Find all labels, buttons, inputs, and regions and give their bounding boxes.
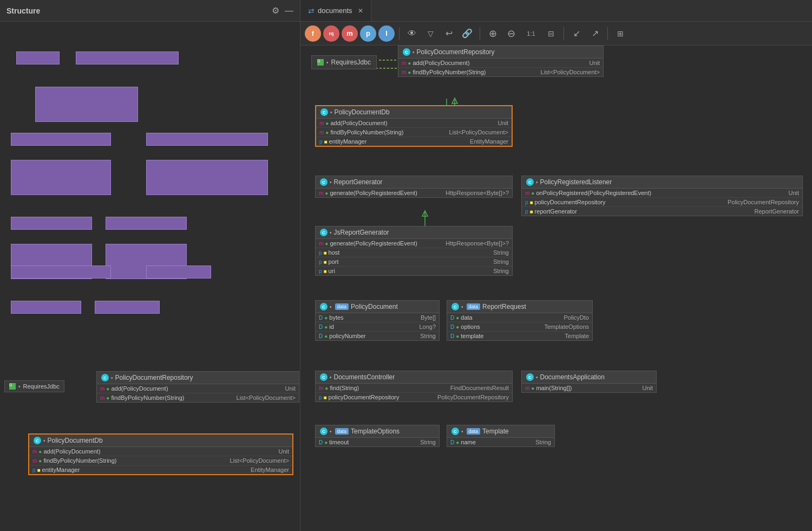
right-pdr-title: PolicyDocumentRepository bbox=[417, 48, 495, 56]
t-data-badge: data bbox=[467, 428, 481, 435]
pub-icon: ● bbox=[106, 386, 109, 392]
left-pdb-fieldtype1: EntityManager bbox=[246, 467, 289, 473]
jrg-row4: p ■ uri String bbox=[316, 267, 512, 275]
separator4 bbox=[607, 27, 608, 40]
diagram-canvas: G • RequiresJdbc C • PolicyDocumentRepos… bbox=[300, 46, 812, 531]
t-title: Template bbox=[482, 428, 509, 435]
right-requires-jdbc: G • RequiresJdbc bbox=[311, 55, 377, 69]
tab-label: documents bbox=[318, 7, 352, 15]
left-panel: Structure ⚙ — G • RequiresJdbc bbox=[0, 0, 300, 531]
right-pdb-row1: m ● add(PolicyDocument) Unit bbox=[316, 119, 512, 128]
t-field1: name bbox=[461, 439, 476, 445]
to-field1: timeout bbox=[329, 439, 349, 445]
header-icons: ⚙ — bbox=[272, 5, 293, 16]
settings-icon[interactable]: ⚙ bbox=[272, 5, 279, 16]
zoom-out-btn[interactable]: ⊖ bbox=[503, 25, 519, 42]
separator2 bbox=[480, 27, 480, 40]
left-pdb-method2: findByPolicyNumber(String) bbox=[43, 457, 116, 464]
left-policy-doc-db: C • PolicyDocumentDb m ● add(PolicyDocum… bbox=[28, 433, 293, 475]
filter-btn[interactable]: ▽ bbox=[422, 25, 438, 42]
right-pdb-header: C • PolicyDocumentDb bbox=[316, 106, 512, 119]
documents-tab[interactable]: ⇄ documents ✕ bbox=[300, 0, 371, 21]
filter-i-btn[interactable]: I bbox=[378, 25, 395, 42]
eye-btn[interactable]: 👁 bbox=[404, 25, 420, 42]
right-report-request: C • data ReportRequest D ● data PolicyDt… bbox=[447, 300, 593, 341]
m-icon2: m bbox=[100, 395, 104, 401]
tab-bar: ⇄ documents ✕ bbox=[300, 0, 812, 22]
dc-title: DocumentsController bbox=[334, 373, 395, 381]
left-pdb-field1: entityManager bbox=[42, 467, 80, 473]
left-pdb-row3: p ■ entityManager EntityManager bbox=[29, 465, 292, 474]
right-js-report-generator: C • JsReportGenerator m ● generate(Polic… bbox=[315, 226, 513, 276]
dc-row2: p ■ policyDocumentRepository PolicyDocum… bbox=[316, 393, 512, 402]
prl-row1: m ● onPolicyRegistered(PolicyRegisteredE… bbox=[522, 189, 802, 198]
mini-box-8 bbox=[11, 217, 92, 230]
rg-row1: m ● generate(PolicyRegisteredEvent) Http… bbox=[316, 189, 512, 197]
left-pdb-method1: add(PolicyDocument) bbox=[43, 448, 100, 455]
filter-f-btn[interactable]: f bbox=[305, 25, 321, 42]
left-header: Structure ⚙ — bbox=[0, 0, 300, 22]
rr-row3: D ● template Template bbox=[447, 332, 592, 340]
jrg-row3: p ■ port String bbox=[316, 257, 512, 267]
right-report-generator: C • ReportGenerator m ● generate(PolicyR… bbox=[315, 176, 513, 198]
prl-row3: p ■ reportGenerator ReportGenerator bbox=[522, 207, 802, 216]
to-title: TemplateOptions bbox=[351, 428, 400, 435]
requires-jdbc-label-left: RequiresJdbc bbox=[23, 383, 60, 390]
minimize-icon[interactable]: — bbox=[285, 6, 293, 16]
rr-row1: D ● data PolicyDto bbox=[447, 313, 592, 322]
right-panel: ⇄ documents ✕ f rq m p I 👁 ▽ ↩ 🔗 ⊕ ⊖ 1:1… bbox=[300, 0, 812, 531]
t-row1: D ● name String bbox=[447, 438, 554, 446]
right-policy-registered-listener: C • PolicyRegisteredListener m ● onPolic… bbox=[521, 176, 803, 216]
link-btn[interactable]: 🔗 bbox=[459, 25, 475, 42]
mini-box-9 bbox=[106, 217, 187, 230]
left-pdr-row1: m ● add(PolicyDocument) Unit bbox=[97, 384, 299, 393]
rg-header: C • ReportGenerator bbox=[316, 176, 512, 189]
prl-header: C • PolicyRegisteredListener bbox=[522, 176, 802, 189]
to-type1: String bbox=[416, 439, 436, 445]
tab-icon: ⇄ bbox=[308, 7, 315, 15]
m-icon: m bbox=[100, 386, 104, 392]
left-pdr-row2: m ● findByPolicyNumber(String) List<Poli… bbox=[97, 393, 299, 402]
left-pdb-icon2: • bbox=[43, 438, 45, 444]
pd-header: C • data PolicyDocument bbox=[316, 301, 439, 313]
da-header: C • DocumentsApplication bbox=[522, 371, 656, 384]
layout-btn1[interactable]: ↙ bbox=[568, 25, 585, 42]
prl-row2: p ■ policyDocumentRepository PolicyDocum… bbox=[522, 198, 802, 207]
right-documents-controller: C • DocumentsController m ● find(String)… bbox=[315, 371, 513, 402]
left-pdb-row1: m ● add(PolicyDocument) Unit bbox=[29, 447, 292, 456]
requires-jdbc-icon-left: G bbox=[9, 383, 16, 390]
layout-btn2[interactable]: ↗ bbox=[587, 25, 603, 42]
fit-btn[interactable]: ⊟ bbox=[543, 25, 559, 42]
left-pdb-row2: m ● findByPolicyNumber(String) List<Poli… bbox=[29, 456, 292, 465]
t-type1: String bbox=[531, 439, 551, 445]
left-pdr-icon2: • bbox=[111, 375, 113, 381]
pd-row2: D ● id Long? bbox=[316, 322, 439, 332]
right-rj-label: RequiresJdbc bbox=[331, 59, 371, 66]
filter-m-btn[interactable]: m bbox=[342, 25, 358, 42]
right-policy-doc-repo: C • PolicyDocumentRepository m ● add(Pol… bbox=[398, 46, 604, 77]
rr-title: ReportRequest bbox=[482, 303, 526, 310]
filter-p-btn[interactable]: p bbox=[360, 25, 376, 42]
pd-row3: D ● policyNumber String bbox=[316, 332, 439, 340]
dc-header: C • DocumentsController bbox=[316, 371, 512, 384]
reset-zoom-btn[interactable]: 1:1 bbox=[521, 25, 541, 42]
left-pdb-header: C • PolicyDocumentDb bbox=[29, 435, 292, 447]
left-pdr-title: PolicyDocumentRepository bbox=[115, 374, 193, 381]
right-documents-application: C • DocumentsApplication m ● main(String… bbox=[521, 371, 657, 393]
filter-rq-btn[interactable]: rq bbox=[323, 25, 339, 42]
left-pdr-icon: C bbox=[101, 374, 109, 381]
left-pdr-header: C • PolicyDocumentRepository bbox=[97, 372, 299, 384]
jrg-row2: p ■ host String bbox=[316, 248, 512, 257]
rr-header: C • data ReportRequest bbox=[447, 301, 592, 313]
svg-marker-12 bbox=[422, 211, 428, 216]
zoom-in-btn[interactable]: ⊕ bbox=[484, 25, 501, 42]
mini-box-7 bbox=[146, 160, 268, 195]
right-pdr-header: C • PolicyDocumentRepository bbox=[398, 46, 603, 59]
undo-btn[interactable]: ↩ bbox=[441, 25, 457, 42]
grid-btn[interactable]: ⊞ bbox=[612, 25, 628, 42]
left-pdb-return1: Unit bbox=[274, 448, 289, 455]
tab-close-btn[interactable]: ✕ bbox=[358, 7, 363, 15]
to-row1: D ● timeout String bbox=[316, 438, 439, 446]
rr-row2: D ● options TemplateOptions bbox=[447, 322, 592, 332]
left-pdr-return1: Unit bbox=[280, 385, 296, 392]
